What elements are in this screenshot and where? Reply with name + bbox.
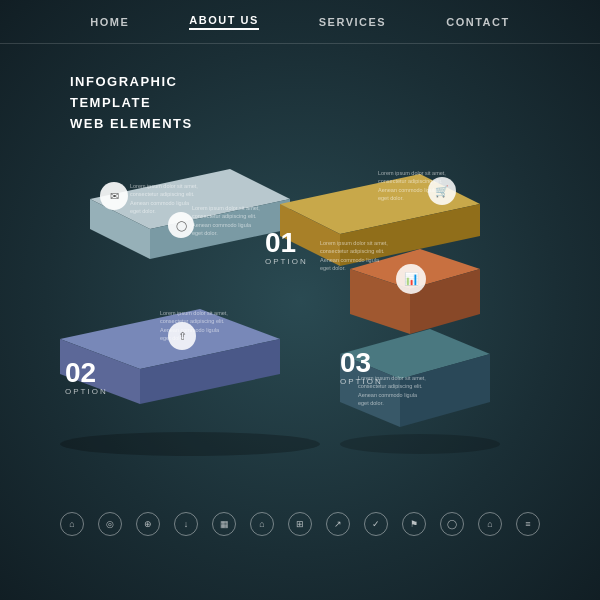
bottom-icon-7[interactable]: ⊞: [288, 512, 312, 536]
text-block-1: Lorem ipsum dolor sit amet,consectetur a…: [130, 182, 198, 215]
option-01-label: 01 OPTION: [265, 229, 308, 266]
bottom-icon-6[interactable]: ⌂: [250, 512, 274, 536]
bottom-icon-10[interactable]: ⚑: [402, 512, 426, 536]
bottom-icon-11[interactable]: ◯: [440, 512, 464, 536]
text-block-3: Lorem ipsum dolor sit amet,consectetur a…: [320, 239, 388, 272]
bottom-icon-2[interactable]: ◎: [98, 512, 122, 536]
text-block-6: Lorem ipsum dolor sit amet,consectetur a…: [358, 374, 426, 407]
bottom-icon-4[interactable]: ↓: [174, 512, 198, 536]
bottom-icon-3[interactable]: ⊕: [136, 512, 160, 536]
icon-circle-gray: ◯: [168, 212, 194, 238]
text-block-5: Lorem ipsum dolor sit amet,consectetur a…: [160, 309, 228, 342]
nav-contact[interactable]: CONTACT: [446, 16, 509, 28]
text-block-4: Lorem ipsum dolor sit amet,consectetur a…: [378, 169, 446, 202]
icon-email: ✉: [100, 182, 128, 210]
bottom-icon-8[interactable]: ↗: [326, 512, 350, 536]
nav-about[interactable]: ABOUT US: [189, 14, 258, 30]
bottom-icons-row: ⌂ ◎ ⊕ ↓ ▦ ⌂ ⊞ ↗ ✓ ⚑ ◯ ⌂ ≡: [0, 512, 600, 536]
shadow-right: [340, 434, 500, 454]
bottom-icon-12[interactable]: ⌂: [478, 512, 502, 536]
option-02-label: 02 OPTION: [65, 359, 108, 396]
nav-home[interactable]: HOME: [90, 16, 129, 28]
bottom-icon-5[interactable]: ▦: [212, 512, 236, 536]
bottom-icon-13[interactable]: ≡: [516, 512, 540, 536]
infographic-svg: [0, 44, 600, 554]
shadow-left: [60, 432, 320, 456]
nav: HOME ABOUT US SERVICES CONTACT: [0, 0, 600, 44]
text-block-2: Lorem ipsum dolor sit amet,consectetur a…: [192, 204, 260, 237]
bottom-icon-9[interactable]: ✓: [364, 512, 388, 536]
main-content: INFOGRAPHIC TEMPLATE WEB ELEMENTS ✉: [0, 44, 600, 554]
icon-chart: 📊: [396, 264, 426, 294]
nav-services[interactable]: SERVICES: [319, 16, 386, 28]
bottom-icon-1[interactable]: ⌂: [60, 512, 84, 536]
